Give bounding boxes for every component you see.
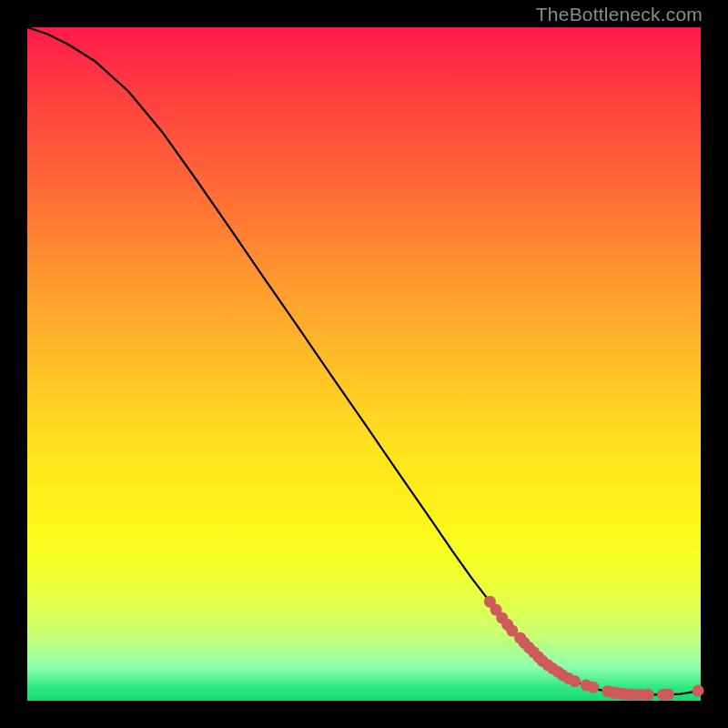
chart-marker	[693, 684, 704, 696]
chart-marker	[642, 689, 654, 701]
chart-svg-layer	[27, 27, 701, 701]
chart-curve	[27, 27, 701, 694]
chart-markers	[484, 596, 704, 701]
chart-marker	[662, 688, 674, 700]
chart-marker	[569, 675, 581, 687]
chart-marker	[587, 682, 599, 693]
watermark-text: TheBottleneck.com	[536, 4, 703, 25]
chart-frame: TheBottleneck.com	[0, 0, 728, 728]
